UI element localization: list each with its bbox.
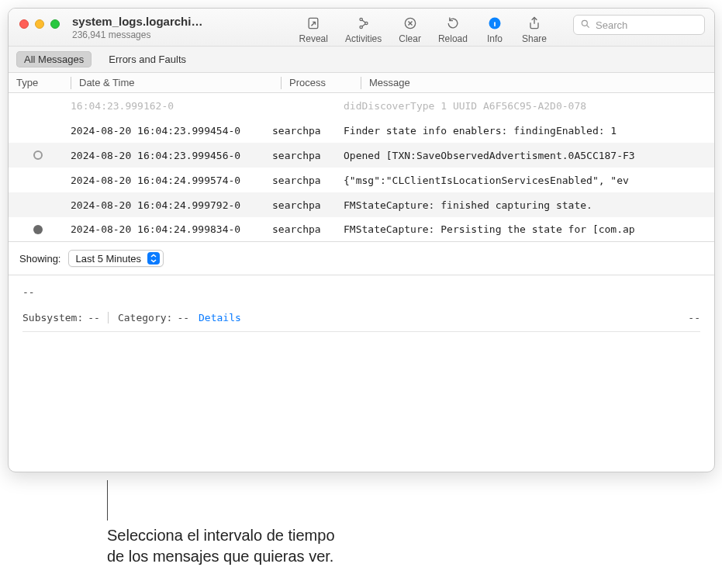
callout-line-1: Selecciona el intervalo de tiempo (107, 525, 433, 546)
table-row[interactable]: 2024-08-20 16:04:24.999574-0searchpa{"ms… (9, 168, 714, 192)
table-header: Type Date & Time Process Message (9, 73, 714, 93)
search-icon (580, 19, 591, 32)
details-link[interactable]: Details (199, 312, 241, 323)
clear-label: Clear (399, 33, 421, 44)
cell-process: searchpa (272, 199, 344, 211)
info-label: Info (487, 33, 503, 44)
window-controls (19, 19, 60, 29)
reload-icon (443, 15, 463, 32)
column-header-message[interactable]: Message (369, 77, 706, 88)
category-value: -- (177, 312, 189, 323)
showing-label: Showing: (19, 253, 60, 265)
svg-point-7 (494, 19, 496, 21)
cell-message: {"msg":"CLClientIsLocationServicesEnable… (344, 175, 706, 186)
cell-type (16, 225, 71, 234)
detail-meta-row: Subsystem: -- Category: -- Details -- (22, 298, 700, 332)
detail-right-dashes: -- (688, 312, 700, 323)
search-input[interactable]: Search (573, 15, 705, 35)
titlebar: system_logs.logarchi… 236,941 messages R… (9, 9, 714, 47)
column-divider[interactable] (71, 77, 71, 89)
cell-datetime: 2024-08-20 16:04:23.999454-0 (71, 125, 272, 137)
info-icon (485, 15, 505, 32)
detail-top-dashes: -- (22, 286, 700, 298)
callout-leader-line (107, 480, 108, 521)
activities-label: Activities (345, 33, 382, 44)
reload-button[interactable]: Reload (438, 15, 468, 44)
column-divider[interactable] (361, 77, 361, 89)
cell-message: Opened [TXN:SaveObservedAdvertisment.0A5… (344, 150, 706, 161)
cell-process: searchpa (272, 223, 344, 235)
cell-datetime: 2024-08-20 16:04:24.999574-0 (71, 175, 272, 186)
cell-message: Finder state info enablers: findingEnabl… (344, 125, 706, 137)
cell-message: FMStateCapture: finished capturing state… (344, 199, 706, 211)
log-rows: 16:04:23.999162-0didDiscoverType 1 UUID … (9, 93, 714, 242)
reload-label: Reload (438, 33, 468, 44)
minimize-window-button[interactable] (35, 19, 44, 29)
cell-process: searchpa (272, 125, 344, 137)
filter-errors-and-faults[interactable]: Errors and Faults (101, 51, 194, 67)
column-divider[interactable] (281, 77, 282, 89)
activities-icon (354, 15, 374, 32)
console-window: system_logs.logarchi… 236,941 messages R… (8, 8, 715, 472)
search-placeholder: Search (596, 19, 627, 31)
column-header-datetime[interactable]: Date & Time (79, 77, 281, 88)
column-header-process[interactable]: Process (289, 77, 361, 88)
info-button[interactable]: Info (485, 15, 505, 44)
showing-row: Showing: Last 5 Minutes (9, 242, 714, 275)
detail-pane: -- Subsystem: -- Category: -- Details -- (9, 275, 714, 472)
subsystem-label: Subsystem: (22, 312, 83, 323)
error-dot-icon (33, 150, 43, 160)
reveal-label: Reveal (299, 33, 328, 44)
cell-message: FMStateCapture: Persisting the state for… (344, 223, 706, 235)
filter-row: All Messages Errors and Faults (9, 47, 714, 73)
subsystem-value: -- (88, 312, 109, 323)
chevron-up-down-icon (147, 252, 160, 265)
svg-point-8 (582, 20, 587, 26)
title-block: system_logs.logarchi… 236,941 messages (72, 15, 202, 40)
clear-button[interactable]: Clear (399, 15, 421, 44)
time-range-value: Last 5 Minutes (75, 253, 141, 265)
cell-datetime: 2024-08-20 16:04:24.999834-0 (71, 223, 272, 235)
callout-line-2: de los mensajes que quieras ver. (107, 546, 433, 567)
cell-datetime: 2024-08-20 16:04:23.999456-0 (71, 150, 272, 161)
window-title: system_logs.logarchi… (72, 15, 202, 28)
cell-process: searchpa (272, 175, 344, 186)
table-row[interactable]: 2024-08-20 16:04:24.999834-0searchpaFMSt… (9, 217, 714, 242)
svg-rect-6 (494, 22, 496, 26)
zoom-window-button[interactable] (50, 19, 60, 29)
clear-icon (400, 15, 420, 32)
time-range-popup[interactable]: Last 5 Minutes (68, 250, 164, 267)
reveal-button[interactable]: Reveal (299, 15, 328, 44)
cell-datetime: 2024-08-20 16:04:24.999792-0 (71, 199, 272, 211)
message-count: 236,941 messages (72, 29, 202, 40)
cell-message: didDiscoverType 1 UUID A6F56C95-A2D0-078 (344, 100, 706, 112)
search-wrap: Search (573, 15, 705, 35)
cell-datetime: 16:04:23.999162-0 (71, 100, 272, 112)
filter-all-messages[interactable]: All Messages (16, 51, 92, 67)
table-row[interactable]: 2024-08-20 16:04:23.999454-0searchpaFind… (9, 118, 714, 143)
cell-type (16, 150, 71, 160)
column-header-type[interactable]: Type (16, 77, 71, 88)
share-icon (524, 15, 544, 32)
table-row[interactable]: 16:04:23.999162-0didDiscoverType 1 UUID … (9, 93, 714, 118)
share-button[interactable]: Share (522, 15, 547, 44)
table-row[interactable]: 2024-08-20 16:04:23.999456-0searchpaOpen… (9, 143, 714, 168)
callout-text: Selecciona el intervalo de tiempo de los… (107, 525, 433, 567)
fault-dot-icon (33, 225, 43, 234)
toolbar: Reveal Activities Clear (299, 15, 705, 44)
reveal-icon (303, 15, 323, 32)
close-window-button[interactable] (19, 19, 29, 29)
share-label: Share (522, 33, 547, 44)
activities-button[interactable]: Activities (345, 15, 382, 44)
category-label: Category: (118, 312, 172, 323)
table-row[interactable]: 2024-08-20 16:04:24.999792-0searchpaFMSt… (9, 192, 714, 217)
cell-process: searchpa (272, 150, 344, 161)
